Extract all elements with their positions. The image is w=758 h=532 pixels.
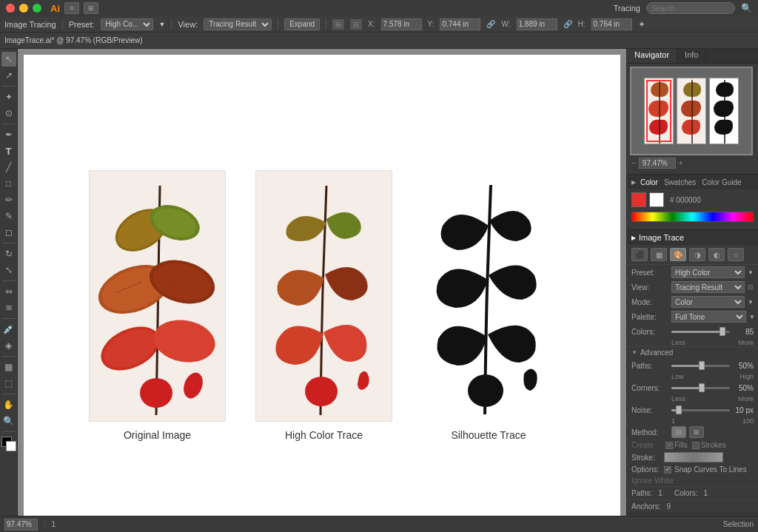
lasso-tool[interactable]: ⊙	[1, 106, 16, 121]
w-input[interactable]	[517, 18, 557, 30]
status-tool: Selection	[723, 520, 754, 528]
preset-select[interactable]: High Co... Silhouette 6 Colors 16 Colors	[101, 18, 153, 30]
magic-wand-tool[interactable]: ✦	[1, 90, 16, 104]
doc-title: ImageTrace.ai* @ 97.47% (RGB/Preview)	[4, 36, 143, 44]
preview-trace-row: Preview Trace	[627, 513, 758, 516]
color-panel-header[interactable]: ▶ Color Swatches Color Guide	[627, 175, 758, 189]
paths-slider-thumb[interactable]	[699, 361, 705, 370]
right-panel: Navigator Info	[626, 49, 758, 516]
tab-color[interactable]: Color	[640, 178, 658, 186]
canvas-row: Original Image	[18, 49, 758, 516]
width-tool[interactable]: ⇔	[1, 284, 16, 299]
toolbar-toggle-icon[interactable]: ≡	[64, 2, 79, 14]
column-graph-tool[interactable]: ▦	[1, 360, 16, 374]
trace-stroke-label: Stroke:	[631, 454, 661, 462]
warp-tool[interactable]: ≋	[1, 300, 16, 315]
zoom-in-icon[interactable]: +	[679, 159, 683, 167]
titlebar: Ai ≡ ⊞ Tracing 🔍	[0, 0, 758, 16]
trace-mode-select[interactable]: Color Grayscale Black and White	[671, 296, 745, 308]
trace-icon-black-white[interactable]: ◐	[708, 248, 725, 261]
tab-navigator[interactable]: Navigator	[627, 49, 677, 63]
original-image-col: Original Image	[89, 170, 226, 441]
color-swatch-white[interactable]	[649, 192, 664, 207]
strokes-checkbox[interactable]	[692, 442, 700, 449]
color-swatches-row: # 000000	[627, 189, 758, 210]
expand-button[interactable]: Expand	[284, 18, 320, 30]
selection-tool[interactable]: ↖	[1, 52, 16, 67]
trace-noise-label: Noise:	[631, 406, 668, 414]
zoom-out-icon[interactable]: −	[631, 159, 636, 167]
h-input[interactable]	[591, 18, 632, 30]
trace-icon-grayscale[interactable]: ◑	[689, 248, 705, 261]
pencil-tool[interactable]: ✎	[1, 209, 16, 223]
trace-preset-select[interactable]: High Color Silhouette 6 Colors	[671, 266, 745, 278]
paths-high-label: High	[739, 373, 754, 380]
search-icon: 🔍	[741, 3, 752, 13]
eraser-tool[interactable]: ◻	[1, 225, 16, 240]
trace-palette-select[interactable]: Full Tone Limited Document Library	[671, 311, 746, 323]
zoom-tool[interactable]: 🔍	[1, 414, 16, 428]
eyedropper-tool[interactable]: 💉	[1, 322, 16, 337]
trace-icon-3color[interactable]: ▦	[651, 248, 667, 261]
tab-color-guide[interactable]: Color Guide	[702, 178, 741, 186]
scale-tool[interactable]: ⤡	[1, 263, 16, 277]
close-button[interactable]	[6, 4, 15, 13]
type-tool[interactable]: T	[1, 144, 16, 158]
shape-tool[interactable]: □	[1, 176, 16, 191]
minimize-button[interactable]	[19, 4, 28, 13]
advanced-header[interactable]: ▼ Advanced	[627, 346, 758, 358]
image-tracing-menu[interactable]: Image Tracing	[4, 20, 56, 29]
view-select[interactable]: Tracing Result Original Image Outlines	[204, 18, 272, 30]
color-gradient-bar[interactable]	[631, 212, 754, 222]
search-input[interactable]	[646, 2, 735, 14]
corners-more-label: More	[738, 395, 754, 403]
colors-slider-thumb[interactable]	[720, 327, 725, 336]
more-options-icon[interactable]: ✦	[638, 19, 645, 30]
paintbrush-tool[interactable]: ✏	[1, 192, 16, 207]
trace-corners-label: Corners:	[631, 384, 668, 392]
line-tool[interactable]: ╱	[1, 160, 16, 175]
stroke-gradient	[665, 453, 722, 462]
trace-icon-silhouette[interactable]: ⬛	[631, 248, 648, 261]
method-abutting[interactable]: ⊟	[671, 426, 686, 438]
color-fill[interactable]	[1, 437, 16, 451]
fills-checkbox[interactable]: ✓	[665, 442, 673, 449]
nav-zoom-row: − 97.47% +	[630, 155, 755, 171]
snap-curves-checkbox[interactable]: ✓	[664, 466, 671, 474]
trace-palette-label: Palette:	[631, 313, 668, 321]
trace-noise-row: Noise: 10 px	[627, 403, 758, 417]
artboard-tool[interactable]: ⬚	[1, 376, 16, 391]
trace-view-select[interactable]: Tracing Result Original	[671, 281, 745, 293]
y-input[interactable]	[440, 18, 480, 30]
trace-icon-highcolor[interactable]: 🎨	[670, 248, 686, 261]
paths-low-label: Low	[671, 373, 684, 380]
tab-info[interactable]: Info	[677, 49, 706, 63]
pen-tool[interactable]: ✒	[1, 127, 16, 142]
status-zoom-input[interactable]	[4, 519, 38, 531]
corners-slider-thumb[interactable]	[699, 383, 705, 392]
blend-tool[interactable]: ◈	[1, 338, 16, 353]
trace-palette-row: Palette: Full Tone Limited Document Libr…	[627, 309, 758, 324]
canvas-content: Original Image	[24, 55, 620, 516]
anchors-info-row: Anchors: 9	[627, 499, 758, 513]
trace-icon-outline[interactable]: ○	[728, 248, 744, 261]
trace-colors-row: Colors: 85	[627, 324, 758, 339]
advanced-label: Advanced	[640, 349, 673, 357]
hand-tool[interactable]: ✋	[1, 397, 16, 412]
noise-slider-thumb[interactable]	[676, 405, 682, 414]
tab-swatches[interactable]: Swatches	[664, 178, 696, 186]
method-overlapping[interactable]: ⊞	[689, 426, 704, 438]
silhouette-trace-image	[422, 170, 555, 422]
colors-slider-container	[671, 331, 730, 333]
maximize-button[interactable]	[33, 4, 41, 13]
rotate-tool[interactable]: ↻	[1, 246, 16, 261]
panel-toggle-icon[interactable]: ⊞	[84, 2, 98, 14]
canvas-area[interactable]: Original Image	[18, 49, 626, 516]
navigator-content: − 97.47% +	[627, 64, 758, 175]
x-input[interactable]	[381, 18, 422, 30]
color-spacer	[627, 223, 758, 229]
preset-icon[interactable]: ▼	[159, 21, 166, 28]
paths-slider-fill	[671, 365, 701, 367]
direct-selection-tool[interactable]: ↗	[1, 68, 16, 83]
color-swatch-red[interactable]	[631, 192, 646, 207]
